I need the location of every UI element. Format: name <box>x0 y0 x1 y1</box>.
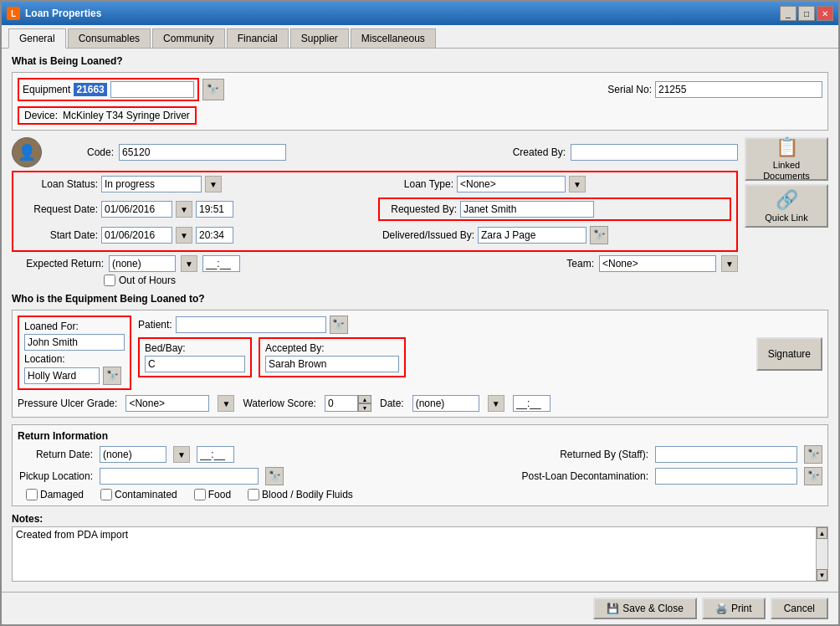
notes-content: Created from PDA import <box>13 527 816 581</box>
bed-bay-input[interactable] <box>145 356 245 372</box>
who-loaned-box: Loaned For: Location: 🔭 Patient: 🔭 <box>12 310 828 418</box>
patient-search[interactable]: 🔭 <box>330 316 348 334</box>
pickup-location-label: Pickup Location: <box>18 470 93 482</box>
loaned-for-input[interactable] <box>24 334 125 351</box>
loan-type-dropdown[interactable]: ▼ <box>569 176 586 192</box>
patient-label: Patient: <box>138 319 172 331</box>
close-button[interactable]: ✕ <box>817 6 833 21</box>
save-icon: 💾 <box>607 603 619 614</box>
cancel-button[interactable]: Cancel <box>771 598 828 619</box>
notes-area: Created from PDA import ▲ ▼ <box>12 526 828 582</box>
restore-button[interactable]: □ <box>798 6 815 21</box>
request-date-input[interactable] <box>101 201 172 218</box>
contaminated-checkbox[interactable] <box>100 489 112 500</box>
blood-label: Blood / Bodily Fluids <box>248 489 353 500</box>
loan-type-input[interactable] <box>457 176 566 192</box>
device-label: Device: <box>24 110 58 121</box>
section-who-loaned-label: Who is the Equipment Being Loaned to? <box>12 293 828 305</box>
start-time-input[interactable] <box>196 227 233 244</box>
linked-documents-button[interactable]: 📋 LinkedDocuments <box>745 137 828 181</box>
pressure-ulcer-label: Pressure Ulcer Grade: <box>18 398 117 409</box>
post-loan-search[interactable]: 🔭 <box>804 467 822 485</box>
return-row-2: Pickup Location: 🔭 Post-Loan Decontamina… <box>18 467 822 485</box>
serial-no-input[interactable] <box>655 81 822 98</box>
expected-return-row: Expected Return: ▼ Team: ▼ <box>12 255 738 272</box>
waterlow-input[interactable] <box>325 395 358 412</box>
request-time-input[interactable] <box>196 201 233 218</box>
start-date-dropdown[interactable]: ▼ <box>176 227 192 244</box>
date-input[interactable] <box>412 395 479 412</box>
team-input[interactable] <box>599 255 716 272</box>
date-dropdown[interactable]: ▼ <box>488 395 505 412</box>
tab-community[interactable]: Community <box>152 28 225 48</box>
requested-by-input[interactable] <box>460 201 594 218</box>
tab-supplier[interactable]: Supplier <box>290 28 349 48</box>
date-time-input[interactable] <box>513 395 551 412</box>
loaned-for-label: Loaned For: <box>24 321 125 332</box>
patient-input[interactable] <box>176 316 326 333</box>
pressure-ulcer-dropdown[interactable]: ▼ <box>218 395 234 412</box>
left-form-area: 👤 Code: Created By: Loan Status: ▼ <box>12 137 738 290</box>
pickup-location-search[interactable]: 🔭 <box>265 467 284 485</box>
damaged-checkbox[interactable] <box>26 489 38 500</box>
created-by-label: Created By: <box>490 146 566 158</box>
post-loan-input[interactable] <box>655 468 797 485</box>
tab-financial[interactable]: Financial <box>227 28 289 48</box>
food-label: Food <box>194 489 231 500</box>
tab-general[interactable]: General <box>8 28 66 49</box>
waterlow-down[interactable]: ▼ <box>358 403 371 412</box>
pickup-location-input[interactable] <box>100 468 259 485</box>
request-date-dropdown[interactable]: ▼ <box>176 201 192 218</box>
minimize-button[interactable]: _ <box>780 6 796 21</box>
code-input[interactable] <box>119 144 286 161</box>
out-of-hours-checkbox[interactable] <box>104 275 115 286</box>
loan-status-input[interactable] <box>101 176 202 192</box>
return-time-input[interactable] <box>197 446 234 463</box>
expected-return-label: Expected Return: <box>12 258 104 269</box>
scroll-up[interactable]: ▲ <box>817 527 827 539</box>
signature-area: Signature <box>756 337 822 377</box>
created-by-input[interactable] <box>571 144 738 161</box>
notes-scrollbar[interactable]: ▲ ▼ <box>816 527 827 581</box>
returned-by-input[interactable] <box>655 446 797 463</box>
binoculars-icon: 🔭 <box>207 84 219 95</box>
quick-link-button[interactable]: 🔗 Quick Link <box>745 184 828 228</box>
expected-return-input[interactable] <box>109 255 176 272</box>
equipment-input[interactable] <box>110 81 194 98</box>
delivered-by-search[interactable]: 🔭 <box>590 226 608 244</box>
code-label: Code: <box>47 146 114 158</box>
checkboxes-row: Damaged Contaminated Food Blood / Bodily… <box>18 489 822 500</box>
tab-miscellaneous[interactable]: Miscellaneous <box>351 28 436 48</box>
start-date-input[interactable] <box>101 227 172 244</box>
signature-button[interactable]: Signature <box>756 337 822 371</box>
loaned-for-section: Loaned For: Location: 🔭 <box>18 316 131 390</box>
save-close-button[interactable]: 💾 Save & Close <box>593 598 697 619</box>
delivered-by-input[interactable] <box>478 227 586 244</box>
returned-by-search[interactable]: 🔭 <box>804 445 822 464</box>
code-linked-row: 👤 Code: Created By: Loan Status: ▼ <box>12 137 828 290</box>
waterlow-up[interactable]: ▲ <box>358 395 371 403</box>
team-dropdown[interactable]: ▼ <box>721 255 738 272</box>
return-date-dropdown[interactable]: ▼ <box>173 446 190 463</box>
print-button[interactable]: 🖨️ Print <box>702 598 766 619</box>
food-checkbox[interactable] <box>194 489 206 500</box>
location-input[interactable] <box>24 367 100 384</box>
expected-return-time[interactable] <box>202 255 240 272</box>
expected-return-dropdown[interactable]: ▼ <box>181 255 197 272</box>
loan-status-dropdown[interactable]: ▼ <box>205 176 222 192</box>
scroll-down[interactable]: ▼ <box>817 569 827 581</box>
blood-checkbox[interactable] <box>248 489 259 500</box>
return-date-input[interactable] <box>100 446 166 463</box>
date-label: Date: <box>380 398 404 409</box>
patient-area: Patient: 🔭 Bed/Bay: Accepted By: <box>138 316 822 377</box>
pressure-ulcer-input[interactable] <box>125 395 209 412</box>
tab-consumables[interactable]: Consumables <box>68 28 151 48</box>
contaminated-label: Contaminated <box>100 489 177 500</box>
equipment-search-button[interactable]: 🔭 <box>202 79 224 100</box>
location-search[interactable]: 🔭 <box>103 367 121 385</box>
device-row: Device: McKinley T34 Syringe Driver <box>18 105 822 125</box>
accepted-by-input[interactable] <box>265 356 399 372</box>
app-icon: L <box>7 7 20 20</box>
section-what-loaned-label: What is Being Loaned? <box>12 55 828 67</box>
request-date-row: Request Date: ▼ <box>18 198 371 221</box>
